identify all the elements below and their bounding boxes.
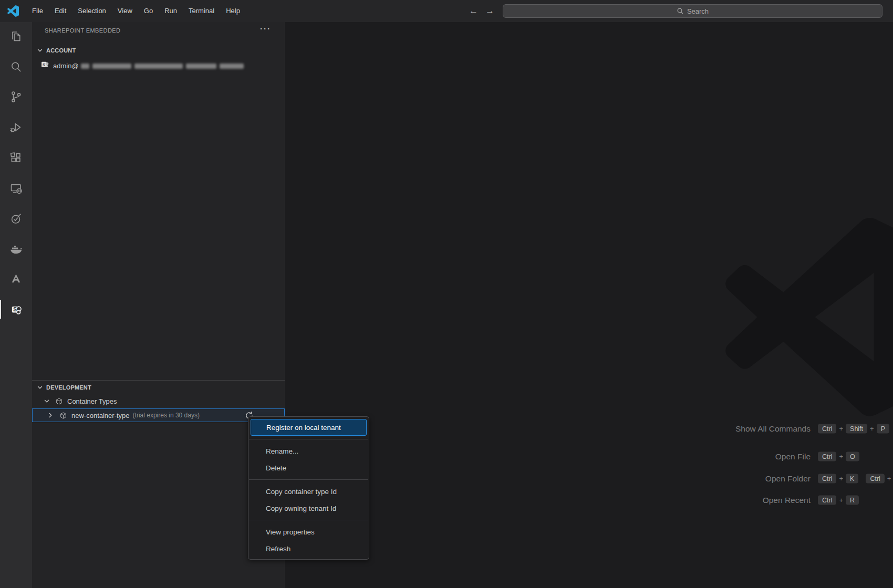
section-divider	[32, 380, 285, 381]
menu-separator	[249, 439, 368, 439]
shortcut-row-open-folder: Open Folder Ctrl + K Ctrl + O	[725, 473, 893, 484]
container-type-icon	[59, 411, 68, 420]
sharepoint-account-icon: S	[40, 60, 49, 71]
sharepoint-embedded-sidebar: SHAREPOINT EMBEDDED ··· ACCOUNT S admin@…	[32, 22, 285, 588]
menubar: File Edit Selection View Go Run Terminal…	[26, 0, 246, 22]
keycap: O	[846, 452, 859, 461]
remote-explorer-icon[interactable]	[0, 176, 32, 201]
extensions-icon[interactable]	[0, 145, 32, 170]
tree-item-container-types[interactable]: Container Types	[32, 395, 285, 407]
menu-run[interactable]: Run	[159, 0, 183, 22]
plus-separator: +	[839, 475, 843, 482]
plus-separator: +	[839, 453, 843, 460]
account-section-label: ACCOUNT	[46, 47, 76, 54]
redacted-block	[92, 64, 131, 69]
shortcut-row-show-all-commands: Show All Commands Ctrl + Shift + P	[725, 423, 889, 434]
keycap: Ctrl	[866, 474, 884, 483]
source-control-icon[interactable]	[0, 84, 32, 109]
keycap: R	[846, 495, 859, 505]
shortcut-row-open-file: Open File Ctrl + O	[725, 451, 859, 462]
keycap: Ctrl	[818, 452, 836, 461]
back-arrow-icon[interactable]: ←	[469, 6, 478, 16]
keycap: P	[877, 424, 889, 433]
account-email-prefix: admin@	[53, 62, 79, 70]
forward-arrow-icon[interactable]: →	[485, 6, 494, 16]
chevron-right-icon	[46, 411, 55, 419]
vscode-watermark-logo	[725, 218, 893, 416]
run-debug-icon[interactable]	[0, 114, 32, 140]
keycap: K	[846, 474, 858, 483]
shortcut-keys: Ctrl + R	[818, 495, 859, 505]
menu-file[interactable]: File	[26, 0, 49, 22]
svg-text:S: S	[43, 62, 45, 67]
sidebar-title: SHAREPOINT EMBEDDED	[45, 27, 120, 34]
menu-item-refresh[interactable]: Refresh	[251, 540, 367, 557]
docker-icon[interactable]	[0, 236, 32, 261]
menu-view[interactable]: View	[112, 0, 138, 22]
development-section-label: DEVELOPMENT	[46, 384, 91, 391]
shortcut-label: Open File	[725, 451, 811, 462]
menu-terminal[interactable]: Terminal	[183, 0, 220, 22]
search-icon	[677, 7, 684, 15]
shortcut-label: Show All Commands	[725, 423, 811, 434]
plus-separator: +	[887, 475, 891, 482]
menu-item-copy-container-type-id[interactable]: Copy container type Id	[251, 483, 367, 500]
container-type-name: new-container-type	[71, 412, 130, 419]
container-types-icon	[55, 397, 64, 406]
sidebar-title-row: SHAREPOINT EMBEDDED ···	[32, 22, 285, 40]
titlebar: File Edit Selection View Go Run Terminal…	[0, 0, 893, 22]
redacted-account-info	[81, 64, 244, 69]
command-center-search[interactable]: Search	[503, 4, 882, 18]
chevron-down-icon	[36, 46, 44, 55]
vscode-logo-icon	[7, 5, 19, 17]
menu-separator	[249, 479, 368, 480]
redacted-block	[186, 64, 216, 69]
menu-selection[interactable]: Selection	[72, 0, 111, 22]
redacted-block	[220, 64, 244, 69]
explorer-icon[interactable]	[0, 24, 32, 49]
plus-separator: +	[870, 425, 874, 433]
account-item[interactable]: S admin@	[32, 59, 285, 73]
redacted-block	[134, 64, 183, 69]
sharepoint-embedded-icon[interactable]: S	[0, 297, 32, 322]
menu-go[interactable]: Go	[138, 0, 159, 22]
plus-separator: +	[839, 496, 843, 504]
redacted-block	[81, 64, 89, 69]
vscode-window: { "titlebar": { "menus": ["File", "Edit"…	[0, 0, 893, 588]
svg-text:S: S	[13, 307, 17, 312]
search-icon[interactable]	[0, 54, 32, 79]
chevron-down-icon	[43, 397, 51, 405]
menu-edit[interactable]: Edit	[49, 0, 72, 22]
activity-bar: S	[0, 22, 32, 588]
menu-separator	[249, 520, 368, 520]
menu-item-register-on-local-tenant[interactable]: Register on local tenant	[251, 419, 367, 436]
container-types-label: Container Types	[67, 397, 117, 405]
active-view-indicator	[0, 300, 1, 319]
trial-expiry-badge: (trial expires in 30 days)	[133, 412, 200, 419]
shortcut-keys: Ctrl + O	[818, 452, 859, 461]
menu-item-copy-owning-tenant-id[interactable]: Copy owning tenant Id	[251, 500, 367, 517]
shortcut-label: Open Recent	[725, 495, 811, 506]
more-actions-icon[interactable]: ···	[260, 24, 271, 33]
plus-separator: +	[839, 425, 843, 433]
keycap: Shift	[846, 424, 867, 433]
azure-icon[interactable]	[0, 266, 32, 291]
context-menu: Register on local tenant Rename... Delet…	[248, 416, 369, 560]
menu-item-rename[interactable]: Rename...	[251, 443, 367, 459]
keycap: Ctrl	[818, 424, 836, 433]
shortcut-keys: Ctrl + K Ctrl + O	[818, 474, 893, 483]
development-section-header[interactable]: DEVELOPMENT	[32, 381, 285, 394]
shortcut-row-open-recent: Open Recent Ctrl + R	[725, 495, 859, 506]
menu-item-view-properties[interactable]: View properties	[251, 523, 367, 540]
menu-help[interactable]: Help	[220, 0, 246, 22]
keycap: Ctrl	[818, 495, 836, 505]
history-nav: ← →	[469, 0, 494, 22]
menu-item-delete[interactable]: Delete	[251, 459, 367, 476]
testing-icon[interactable]	[0, 206, 32, 231]
tree-item-new-container-type[interactable]: new-container-type (trial expires in 30 …	[32, 408, 285, 422]
keycap: Ctrl	[818, 474, 836, 483]
account-section-header[interactable]: ACCOUNT	[32, 44, 285, 57]
search-placeholder: Search	[687, 7, 709, 15]
shortcut-label: Open Folder	[725, 473, 811, 484]
shortcut-keys: Ctrl + Shift + P	[818, 424, 889, 433]
